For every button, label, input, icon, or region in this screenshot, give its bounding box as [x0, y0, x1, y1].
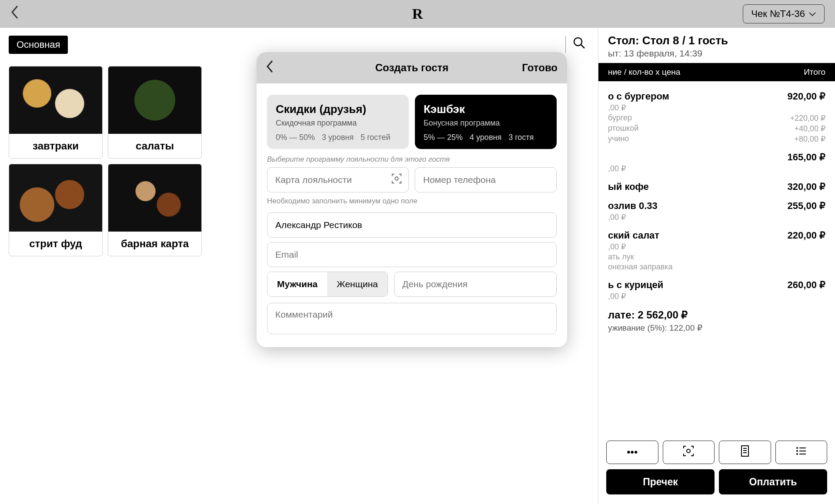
check-selector[interactable]: Чек №Т4-36	[743, 4, 825, 23]
receipt-service: уживание (5%): 122,00 ₽	[608, 323, 825, 333]
svg-point-13	[395, 177, 398, 180]
back-button[interactable]	[10, 5, 19, 23]
loyalty-card-input[interactable]	[275, 175, 401, 185]
loyalty-sub: Скидочная программа	[276, 119, 400, 128]
svg-point-2	[687, 449, 690, 453]
comment-field[interactable]	[267, 303, 557, 334]
category-image	[9, 66, 102, 134]
receipt-button[interactable]	[719, 441, 771, 464]
phone-input[interactable]	[423, 175, 548, 185]
dob-input[interactable]	[402, 279, 548, 289]
svg-point-9	[796, 450, 798, 452]
svg-point-7	[796, 447, 798, 449]
check-label: Чек №Т4-36	[751, 8, 805, 20]
category-label: барная карта	[108, 232, 201, 256]
precheck-button[interactable]: Пречек	[606, 469, 715, 494]
menu-tab-main[interactable]: Основная	[9, 36, 68, 54]
svg-point-11	[796, 453, 798, 455]
category-card[interactable]: стрит фуд	[9, 164, 103, 256]
category-image	[108, 164, 201, 232]
modal-title: Создать гостя	[375, 62, 449, 74]
chevron-down-icon	[808, 8, 816, 20]
category-label: салаты	[108, 134, 201, 158]
table-title: Стол: Стол 8 / 1 гость	[608, 34, 825, 47]
loyalty-card-field[interactable]	[267, 167, 409, 192]
phone-field[interactable]	[415, 167, 557, 192]
loyalty-title: Кэшбэк	[424, 103, 548, 116]
modal-back-button[interactable]	[266, 60, 274, 76]
category-card[interactable]: барная карта	[108, 164, 202, 256]
receipt-item[interactable]: 165,00 ₽ ,00 ₽	[608, 152, 825, 173]
category-card[interactable]: завтраки	[9, 66, 103, 159]
scan-button[interactable]	[663, 441, 715, 464]
svg-line-1	[581, 45, 584, 48]
loyalty-title: Скидки (друзья)	[276, 103, 400, 116]
create-guest-modal: Создать гостя Готово Скидки (друзья) Ски…	[257, 52, 567, 347]
receipt-item[interactable]: о с бургером920,00 ₽ ,00 ₽ бургер+220,00…	[608, 91, 825, 144]
receipt-body: о с бургером920,00 ₽ ,00 ₽ бургер+220,00…	[598, 81, 835, 434]
receipt-columns: ние / кол-во х цена Итого	[598, 63, 835, 81]
category-image	[9, 164, 102, 232]
col-name: ние / кол-во х цена	[608, 67, 680, 77]
dob-field[interactable]	[394, 272, 557, 297]
svg-point-0	[574, 38, 582, 46]
search-icon[interactable]	[573, 36, 586, 53]
fields-hint: Необходимо заполнить минимум одно поле	[267, 197, 557, 206]
gender-male-button[interactable]: Мужчина	[267, 272, 327, 296]
gender-segment: Мужчина Женщина	[267, 272, 388, 297]
more-button[interactable]: •••	[606, 441, 658, 464]
receipt-item[interactable]: озлив 0.33255,00 ₽ ,00 ₽	[608, 200, 825, 222]
receipt-item[interactable]: ый кофе320,00 ₽	[608, 181, 825, 192]
divider	[565, 36, 566, 53]
category-label: завтраки	[9, 134, 102, 158]
category-label: стрит фуд	[9, 232, 102, 256]
category-card[interactable]: салаты	[108, 66, 202, 159]
email-input[interactable]	[275, 249, 548, 260]
pay-button[interactable]: Оплатить	[719, 469, 827, 494]
name-field[interactable]	[267, 212, 557, 238]
list-icon	[795, 446, 807, 458]
category-image	[108, 66, 201, 134]
scan-icon[interactable]	[391, 173, 402, 187]
name-input[interactable]	[275, 220, 548, 230]
loyalty-hint: Выберите программу лояльности для этого …	[267, 155, 557, 164]
comment-input[interactable]	[275, 309, 548, 328]
modal-done-button[interactable]: Готово	[522, 62, 558, 74]
receipt-icon	[740, 445, 750, 460]
receipt-item[interactable]: ь с курицей260,00 ₽ ,00 ₽	[608, 279, 825, 301]
email-field[interactable]	[267, 242, 557, 267]
col-total: Итого	[804, 67, 825, 77]
more-icon: •••	[627, 446, 638, 458]
receipt-item[interactable]: ский салат220,00 ₽ ,00 ₽ ать лук онезная…	[608, 230, 825, 272]
top-bar: R Чек №Т4-36	[0, 0, 835, 28]
loyalty-card-discounts[interactable]: Скидки (друзья) Скидочная программа 0% —…	[267, 95, 409, 149]
gender-female-button[interactable]: Женщина	[327, 272, 387, 296]
loyalty-sub: Бонусная программа	[424, 119, 548, 128]
opened-time: ыт: 13 февраля, 14:39	[608, 48, 825, 59]
receipt-panel: Стол: Стол 8 / 1 гость ыт: 13 февраля, 1…	[598, 28, 835, 504]
loyalty-card-cashback[interactable]: Кэшбэк Бонусная программа 5% — 25% 4 уро…	[415, 95, 557, 149]
receipt-total: лате: 2 562,00 ₽	[608, 309, 825, 321]
list-button[interactable]	[775, 441, 828, 464]
app-logo: R	[412, 6, 423, 22]
scan-icon	[682, 445, 695, 460]
